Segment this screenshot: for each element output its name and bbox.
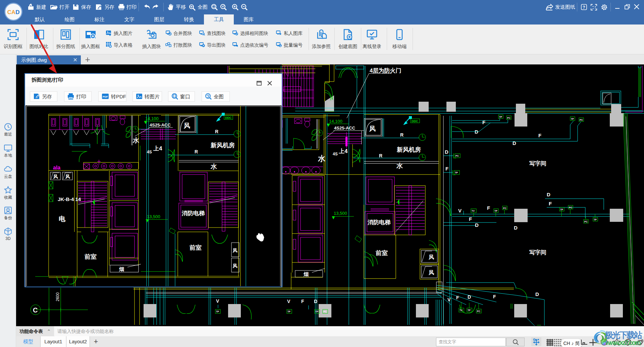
svg-text:上4: 上4 — [153, 145, 162, 152]
svg-text:PC: PC — [569, 206, 572, 209]
svg-text:TP: TP — [499, 116, 502, 118]
svg-text:JK-B-4 14: JK-B-4 14 — [58, 196, 81, 202]
svg-text:水: 水 — [318, 154, 326, 163]
svg-text:F: F — [538, 133, 541, 138]
svg-text:R: R — [379, 153, 382, 158]
svg-text:风: 风 — [369, 125, 376, 132]
svg-text:PC: PC — [323, 310, 327, 313]
svg-text:水: 水 — [396, 162, 403, 169]
svg-text:DDC: DDC — [412, 119, 418, 123]
svg-text:PC: PC — [584, 220, 588, 223]
svg-text:新风机房: 新风机房 — [210, 142, 235, 149]
svg-text:F: F — [487, 205, 490, 211]
svg-text:D: D — [547, 192, 550, 197]
svg-text:ala: ala — [53, 165, 60, 170]
svg-text:风: 风 — [232, 263, 237, 268]
svg-text:V: V — [447, 297, 451, 302]
svg-text:14,100: 14,100 — [145, 116, 159, 121]
svg-text:风: 风 — [183, 122, 190, 129]
svg-text:TP: TP — [315, 310, 318, 313]
svg-text:13,500: 13,500 — [334, 211, 347, 216]
svg-text:2600: 2600 — [55, 292, 60, 301]
svg-text:F: F — [469, 216, 472, 222]
svg-text:F: F — [456, 295, 459, 300]
svg-text:CAD: CAD — [7, 9, 20, 15]
svg-text:上4: 上4 — [338, 148, 348, 154]
svg-text:R: R — [215, 129, 218, 134]
svg-text:13,500: 13,500 — [147, 214, 160, 219]
svg-text:14,100: 14,100 — [329, 119, 342, 124]
svg-text:TP: TP — [571, 118, 574, 120]
svg-text:水: 水 — [210, 163, 217, 170]
svg-text:风: 风 — [65, 174, 70, 179]
svg-text:4层为防火门: 4层为防火门 — [370, 67, 401, 74]
svg-text:消防电梯: 消防电梯 — [181, 210, 205, 216]
svg-text:TP: TP — [468, 309, 471, 311]
svg-text:TV: TV — [472, 210, 475, 212]
svg-text:风: 风 — [428, 254, 434, 260]
svg-text:D: D — [314, 299, 317, 304]
svg-text:前室: 前室 — [84, 253, 97, 260]
svg-text:PDF: PDF — [103, 95, 108, 98]
svg-text:烟: 烟 — [303, 271, 309, 277]
svg-text:风: 风 — [53, 174, 58, 179]
svg-text:写字间: 写字间 — [529, 160, 546, 167]
svg-text:PC: PC — [507, 117, 511, 119]
svg-text:V: V — [287, 299, 290, 304]
svg-text:PC: PC — [477, 310, 480, 312]
svg-text:水: 水 — [132, 137, 140, 144]
svg-text:电: 电 — [59, 215, 66, 222]
svg-text:F: F — [549, 201, 552, 206]
svg-text:TP: TP — [594, 218, 597, 221]
svg-text:TP: TP — [494, 210, 497, 212]
svg-text:F: F — [493, 294, 496, 299]
svg-text:D: D — [468, 294, 471, 300]
svg-text:R: R — [195, 149, 198, 154]
svg-text:R: R — [400, 132, 404, 138]
svg-text:TP: TP — [216, 310, 219, 313]
svg-text:前室: 前室 — [189, 244, 202, 251]
svg-text:D: D — [475, 222, 479, 228]
svg-text:风: 风 — [232, 248, 237, 253]
svg-text:风: 风 — [428, 270, 434, 276]
svg-text:1: 1 — [279, 44, 281, 47]
svg-text:D: D — [535, 291, 539, 297]
svg-text:C: C — [33, 306, 38, 314]
svg-text:TV: TV — [460, 309, 463, 311]
svg-text:PC: PC — [580, 119, 583, 121]
svg-text:?: ? — [583, 5, 585, 10]
svg-text:F: F — [445, 166, 448, 171]
svg-text:DDC: DDC — [225, 116, 232, 119]
svg-text:TP: TP — [560, 208, 563, 211]
svg-text:PC: PC — [503, 207, 506, 209]
svg-text:V: V — [458, 208, 462, 213]
svg-text:4S: 4S — [333, 152, 338, 156]
svg-text:D: D — [445, 149, 448, 155]
svg-text:4S25-ACC: 4S25-ACC — [334, 126, 355, 131]
svg-text:消防电梯: 消防电梯 — [367, 219, 390, 226]
svg-text:新风机房: 新风机房 — [396, 146, 421, 153]
svg-text:D: D — [513, 140, 516, 146]
svg-text:F: F — [301, 299, 304, 304]
svg-text:D: D — [514, 225, 518, 231]
svg-text:PC: PC — [455, 155, 459, 157]
svg-text:4S25-ACC: 4S25-ACC — [150, 122, 171, 128]
svg-text:TP: TP — [287, 310, 290, 313]
svg-text:写字间: 写字间 — [529, 249, 546, 256]
svg-text:前室: 前室 — [375, 250, 388, 256]
svg-text:F: F — [482, 119, 485, 125]
svg-text:4S: 4S — [147, 150, 152, 154]
svg-text:V: V — [216, 298, 219, 304]
svg-text:TP: TP — [455, 171, 458, 174]
svg-text:烟: 烟 — [119, 266, 124, 272]
